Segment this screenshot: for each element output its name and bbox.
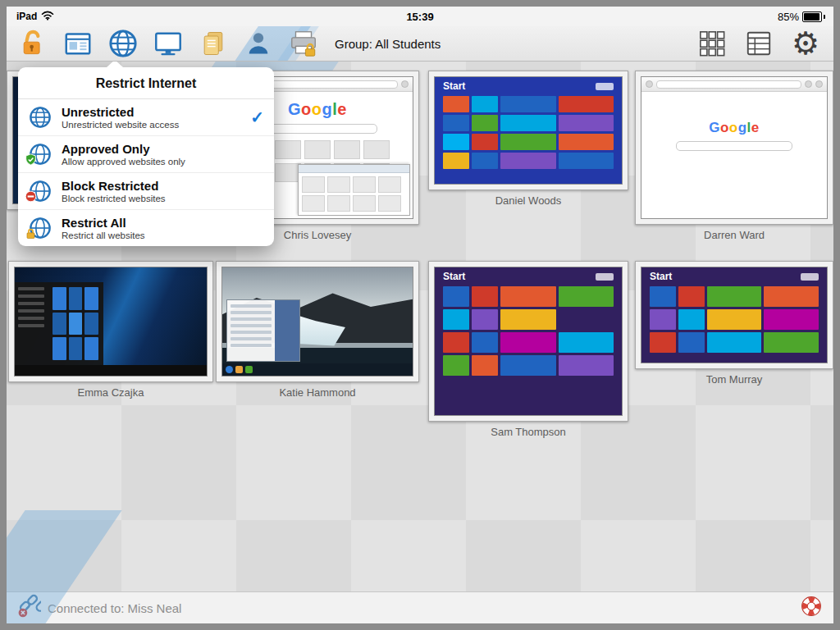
student-screen: Start — [434, 76, 623, 185]
menu-item-unrestricted[interactable]: Unrestricted Unrestricted website access… — [18, 99, 274, 136]
internet-globe-icon — [107, 28, 139, 59]
google-logo: Google — [641, 120, 827, 136]
device-label: iPad — [16, 11, 37, 22]
report-view-button[interactable] — [741, 27, 777, 60]
student-card-daniel-woods[interactable]: Start Daniel Woods — [428, 71, 628, 207]
monitor-button[interactable] — [150, 27, 186, 60]
student-card-katie-hammond[interactable]: Katie Hammond — [216, 261, 419, 399]
documents-button[interactable] — [195, 27, 231, 60]
student-button[interactable] — [240, 27, 276, 60]
check-icon: ✓ — [250, 107, 264, 127]
globe-blocked-icon — [28, 179, 56, 203]
restrict-internet-popup: Restrict Internet Unrestricted Unrestric… — [18, 67, 274, 246]
restrict-internet-button[interactable] — [105, 27, 141, 60]
user-avatar — [596, 273, 614, 281]
lifebuoy-icon — [799, 594, 824, 622]
unlock-button[interactable] — [15, 27, 51, 60]
toolbar: Group: All Students ⚙ — [7, 26, 833, 62]
menu-item-restrict-all[interactable]: Restrict All Restrict all websites ✓ — [18, 210, 274, 246]
globe-icon — [28, 105, 56, 130]
wifi-icon — [41, 11, 54, 23]
connection-status: Connected to: Miss Neal — [48, 601, 181, 615]
printer-lock-button[interactable] — [285, 27, 322, 60]
start-label: Start — [650, 271, 672, 282]
help-button[interactable] — [799, 594, 824, 622]
status-bar: iPad 15:39 85% — [7, 7, 833, 26]
student-name: Tom Murray — [635, 373, 833, 386]
battery-icon — [802, 11, 822, 22]
student-name: Daniel Woods — [428, 194, 628, 207]
student-screen — [221, 267, 413, 377]
window-view-button[interactable] — [60, 27, 96, 60]
student-card-darren-ward[interactable]: Google Darren Ward — [635, 71, 833, 241]
student-icon — [244, 29, 273, 58]
student-screen: Google — [641, 76, 828, 219]
start-label: Start — [443, 80, 465, 92]
printer-lock-icon — [288, 28, 319, 59]
student-name: Emma Czajka — [8, 386, 213, 399]
connection-link-icon — [16, 594, 41, 622]
menu-item-approved-only[interactable]: Approved Only Allow approved websites on… — [18, 136, 274, 173]
unlock-icon — [18, 29, 48, 58]
student-name: Sam Thompson — [428, 426, 628, 438]
documents-icon — [199, 29, 228, 58]
settings-button[interactable]: ⚙ — [788, 27, 824, 60]
group-label: Group: All Students — [335, 37, 441, 51]
thumbnail-view-button[interactable] — [694, 27, 730, 60]
globe-approved-icon — [28, 142, 56, 167]
menu-item-block-restricted[interactable]: Block Restricted Block restricted websit… — [18, 173, 274, 210]
window-icon — [62, 28, 94, 59]
start-label: Start — [443, 271, 465, 282]
student-screen: Start — [434, 267, 623, 416]
globe-lock-icon — [28, 216, 56, 240]
thumbnail-view-icon — [698, 30, 726, 57]
student-name: Katie Hammond — [216, 386, 419, 399]
student-card-sam-thompson[interactable]: Start Sam Thompson — [428, 261, 628, 438]
popup-title: Restrict Internet — [18, 67, 274, 99]
ipad-frame: iPad 15:39 85% — [0, 0, 840, 630]
battery-percent: 85% — [778, 11, 799, 23]
student-screen — [14, 267, 208, 377]
user-avatar — [596, 83, 614, 90]
user-avatar — [801, 273, 819, 281]
monitor-icon — [153, 28, 184, 59]
clock: 15:39 — [406, 11, 433, 23]
report-view-icon — [745, 30, 773, 57]
students-grid: Google Chris Lovesey Start — [7, 61, 833, 592]
student-name: Darren Ward — [635, 229, 833, 241]
settings-gear-icon: ⚙ — [792, 28, 819, 59]
footer-bar: Connected to: Miss Neal — [7, 591, 833, 623]
student-card-emma-czajka[interactable]: Emma Czajka — [8, 261, 213, 399]
student-screen: Start — [641, 267, 828, 363]
student-card-tom-murray[interactable]: Start Tom Murray — [635, 261, 833, 386]
